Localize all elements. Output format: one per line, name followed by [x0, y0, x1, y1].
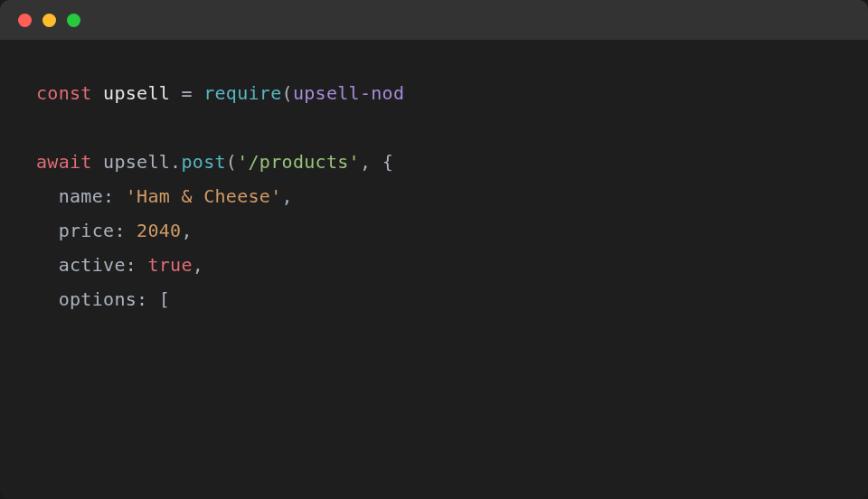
close-icon[interactable]: [18, 14, 32, 27]
string-value: 'Ham & Cheese': [126, 185, 282, 207]
keyword-await: await: [36, 151, 92, 173]
number-value: 2040: [137, 220, 181, 241]
string-path: '/products': [237, 151, 360, 173]
paren-open: (: [282, 82, 293, 104]
boolean-value: true: [147, 254, 192, 276]
identifier: upsell: [103, 82, 170, 104]
colon: :: [137, 288, 147, 310]
comma: ,: [360, 151, 371, 173]
minimize-icon[interactable]: [42, 14, 56, 27]
dot: .: [170, 151, 181, 173]
titlebar: [0, 0, 868, 40]
identifier: upsell: [103, 151, 170, 173]
function-require: require: [203, 82, 281, 104]
keyword-const: const: [36, 82, 92, 104]
colon: :: [126, 254, 137, 276]
paren-open: (: [226, 151, 237, 173]
prop-options: options: [59, 288, 137, 310]
comma: ,: [282, 185, 293, 207]
require-arg: upsell-nod: [293, 82, 404, 104]
colon: :: [103, 185, 114, 207]
indent: [36, 185, 59, 207]
code-content: const upsell = require(upsell-nod await …: [36, 76, 832, 316]
code-editor[interactable]: const upsell = require(upsell-nod await …: [0, 40, 868, 499]
maximize-icon[interactable]: [67, 14, 80, 27]
editor-window: const upsell = require(upsell-nod await …: [0, 0, 868, 499]
brace-open: {: [382, 151, 393, 173]
prop-price: price: [59, 220, 115, 241]
indent: [36, 254, 59, 276]
bracket-open: [: [159, 288, 170, 310]
prop-name: name: [59, 185, 103, 207]
prop-active: active: [59, 254, 126, 276]
method-post: post: [181, 151, 225, 173]
colon: :: [114, 220, 125, 241]
operator-eq: =: [181, 82, 192, 104]
comma: ,: [193, 254, 203, 276]
indent: [36, 220, 59, 241]
comma: ,: [181, 220, 192, 241]
indent: [36, 288, 59, 310]
